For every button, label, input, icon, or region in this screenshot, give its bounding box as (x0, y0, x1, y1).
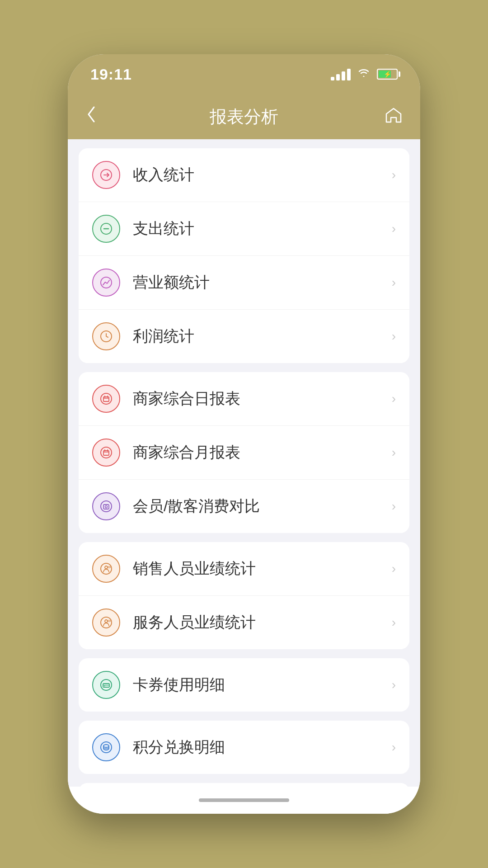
daily-report-label: 商家综合日报表 (133, 388, 392, 409)
svg-point-4 (101, 393, 112, 404)
member-compare-arrow: › (392, 499, 396, 514)
nav-bar: 报表分析 (68, 94, 420, 139)
monthly-report-label: 商家综合月报表 (133, 442, 392, 463)
svg-point-19 (104, 686, 105, 687)
home-bar (68, 787, 420, 814)
status-time: 19:11 (90, 66, 132, 83)
status-bar: 19:11 ⚡ (68, 54, 420, 94)
income-arrow: › (392, 168, 396, 182)
profit-label: 利润统计 (133, 326, 392, 347)
section-card: 卡券使用明细 › (79, 658, 409, 712)
svg-rect-9 (103, 505, 109, 509)
revenue-label: 营业额统计 (133, 272, 392, 293)
svg-rect-13 (108, 566, 110, 568)
member-compare-icon (92, 492, 120, 520)
home-button[interactable] (385, 107, 402, 127)
service-performance-arrow: › (392, 615, 396, 630)
monthly-report-arrow: › (392, 445, 396, 460)
status-icons: ⚡ (331, 67, 398, 81)
monthly-report-icon (92, 439, 120, 467)
sales-performance-item[interactable]: 销售人员业绩统计 › (79, 542, 409, 596)
income-icon (92, 161, 120, 189)
svg-point-21 (103, 745, 109, 747)
revenue-arrow: › (392, 275, 396, 290)
svg-point-6 (101, 447, 112, 458)
section-member: 会员登记统计 › 会员消费统计 › (79, 783, 409, 787)
wifi-icon (357, 67, 371, 81)
member-register-item[interactable]: 会员登记统计 › (79, 783, 409, 787)
profit-arrow: › (392, 329, 396, 344)
section-points: 积分兑换明细 › (79, 721, 409, 774)
revenue-icon (92, 269, 120, 297)
svg-rect-16 (108, 620, 110, 622)
sales-performance-arrow: › (392, 561, 396, 576)
points-exchange-icon (92, 733, 120, 761)
sales-performance-label: 销售人员业绩统计 (133, 558, 392, 579)
content-area: 收入统计 › 支出统计 › (68, 139, 420, 787)
svg-rect-7 (103, 451, 109, 455)
card-usage-label: 卡券使用明细 (133, 675, 392, 695)
page-title: 报表分析 (210, 105, 278, 128)
svg-point-12 (105, 566, 108, 569)
profit-stats-item[interactable]: 利润统计 › (79, 310, 409, 363)
monthly-report-item[interactable]: 商家综合月报表 › (79, 426, 409, 480)
card-usage-item[interactable]: 卡券使用明细 › (79, 658, 409, 712)
member-compare-item[interactable]: 会员/散客消费对比 › (79, 480, 409, 533)
home-indicator (199, 798, 289, 802)
card-usage-arrow: › (392, 678, 396, 692)
points-exchange-label: 积分兑换明细 (133, 737, 392, 758)
back-button[interactable] (86, 105, 97, 128)
member-compare-label: 会员/散客消费对比 (133, 496, 392, 517)
card-usage-icon (92, 671, 120, 699)
daily-report-item[interactable]: 商家综合日报表 › (79, 372, 409, 426)
service-performance-label: 服务人员业绩统计 (133, 612, 392, 633)
signal-icon (331, 68, 351, 80)
svg-point-10 (105, 506, 108, 508)
svg-point-15 (105, 620, 108, 623)
profit-icon (92, 322, 120, 350)
section-income: 收入统计 › 支出统计 › (79, 148, 409, 363)
battery-icon: ⚡ (377, 69, 398, 80)
expense-label: 支出统计 (133, 218, 392, 239)
daily-report-icon (92, 385, 120, 413)
expense-stats-item[interactable]: 支出统计 › (79, 202, 409, 256)
section-staff: 销售人员业绩统计 › 服务人员业绩统计 › (79, 542, 409, 649)
section-reports: 商家综合日报表 › 商家综合月报表 › (79, 372, 409, 533)
points-exchange-item[interactable]: 积分兑换明细 › (79, 721, 409, 774)
phone-frame: 19:11 ⚡ (68, 54, 420, 814)
income-stats-item[interactable]: 收入统计 › (79, 148, 409, 202)
svg-rect-5 (103, 397, 109, 401)
income-label: 收入统计 (133, 165, 392, 185)
daily-report-arrow: › (392, 392, 396, 406)
expense-arrow: › (392, 222, 396, 236)
sales-performance-icon (92, 555, 120, 583)
service-performance-icon (92, 609, 120, 637)
points-exchange-arrow: › (392, 740, 396, 755)
service-performance-item[interactable]: 服务人员业绩统计 › (79, 596, 409, 649)
revenue-stats-item[interactable]: 营业额统计 › (79, 256, 409, 310)
expense-icon (92, 215, 120, 243)
svg-point-8 (101, 501, 112, 512)
